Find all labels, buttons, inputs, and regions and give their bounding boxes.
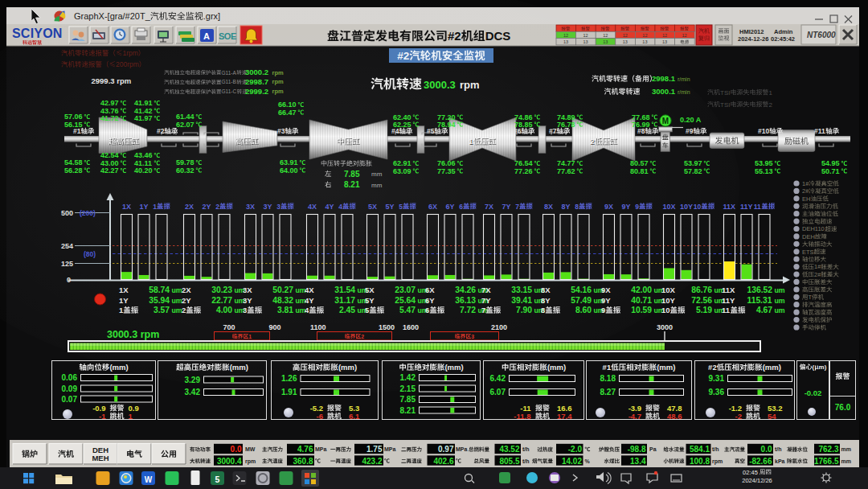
svg-text:4: 4 xyxy=(338,203,342,211)
svg-text:5Y: 5Y xyxy=(386,203,395,211)
svg-text:7.85: 7.85 xyxy=(400,395,416,404)
svg-text:2998.7: 2998.7 xyxy=(245,77,268,86)
svg-text:MPa: MPa xyxy=(384,446,396,452)
svg-text:5: 5 xyxy=(215,475,220,484)
svg-text:53.97: 53.97 xyxy=(684,159,702,167)
svg-text:56.28: 56.28 xyxy=(64,166,83,175)
svg-text:5X: 5X xyxy=(368,203,377,211)
svg-text:3X: 3X xyxy=(243,286,252,294)
svg-text:6Y: 6Y xyxy=(446,203,455,211)
svg-text:#1: #1 xyxy=(603,363,612,372)
svg-text:2.15: 2.15 xyxy=(400,384,416,393)
svg-text:3.29: 3.29 xyxy=(185,376,201,384)
svg-text:-2: -2 xyxy=(735,412,742,421)
svg-text:MW: MW xyxy=(245,446,256,452)
svg-text:43.00: 43.00 xyxy=(100,159,119,167)
svg-text:57.06: 57.06 xyxy=(64,113,83,121)
svg-text:42.00: 42.00 xyxy=(631,286,652,294)
svg-text:TSI: TSI xyxy=(720,101,730,109)
svg-text:2024-12-26: 2024-12-26 xyxy=(738,35,768,43)
svg-text:136.52: 136.52 xyxy=(747,286,773,294)
svg-text:100.8: 100.8 xyxy=(690,457,710,466)
svg-text:(: ( xyxy=(813,364,815,371)
svg-text:8.21: 8.21 xyxy=(344,180,360,189)
svg-text:48.6: 48.6 xyxy=(667,412,682,421)
svg-text:254: 254 xyxy=(61,242,73,250)
svg-text:22.77: 22.77 xyxy=(211,296,232,305)
svg-text:53.95: 53.95 xyxy=(755,159,773,167)
svg-text:41.97: 41.97 xyxy=(134,114,153,122)
svg-text:.grx]: .grx] xyxy=(203,11,220,21)
svg-text:10X: 10X xyxy=(661,286,676,294)
svg-text:SCIYON: SCIYON xyxy=(12,27,63,40)
svg-text:9: 9 xyxy=(635,203,639,211)
svg-text:54: 54 xyxy=(768,412,776,421)
svg-text:7X: 7X xyxy=(485,203,493,211)
svg-text:11X: 11X xyxy=(723,203,735,211)
svg-text:39.41: 39.41 xyxy=(511,296,532,305)
svg-text:3: 3 xyxy=(471,334,474,339)
svg-text:-82.66: -82.66 xyxy=(749,457,772,466)
svg-text:14.02: 14.02 xyxy=(562,457,582,466)
svg-text:4X: 4X xyxy=(305,286,314,294)
svg-text:mm: mm xyxy=(841,446,851,452)
svg-text:6X: 6X xyxy=(428,203,437,211)
svg-text:1.26: 1.26 xyxy=(281,374,297,383)
svg-text:4X: 4X xyxy=(308,203,317,211)
svg-text:mm: mm xyxy=(371,171,383,178)
svg-text:NT6000: NT6000 xyxy=(807,31,836,39)
svg-text:76.06: 76.06 xyxy=(437,159,456,167)
svg-text:8X: 8X xyxy=(544,203,553,211)
svg-text:13: 13 xyxy=(603,39,608,44)
svg-text:11X: 11X xyxy=(722,286,735,294)
svg-text:m): m) xyxy=(819,364,827,371)
svg-text:#7: #7 xyxy=(549,127,557,135)
svg-text:43.46: 43.46 xyxy=(134,151,153,159)
svg-text:11: 11 xyxy=(722,306,731,314)
svg-text:2: 2 xyxy=(361,334,364,339)
svg-text:02:45: 02:45 xyxy=(743,469,758,476)
svg-text:Pa: Pa xyxy=(649,446,657,452)
svg-text:42.54: 42.54 xyxy=(100,151,119,159)
svg-text:rpm: rpm xyxy=(245,458,256,465)
svg-text:#11: #11 xyxy=(814,127,825,135)
svg-text:3Y: 3Y xyxy=(264,203,272,211)
svg-text:r/min: r/min xyxy=(678,89,690,95)
svg-text:9X: 9X xyxy=(601,286,611,294)
svg-text:6.1: 6.1 xyxy=(349,412,360,421)
svg-text:0.06: 0.06 xyxy=(62,373,78,382)
svg-text:78.94: 78.94 xyxy=(437,121,456,129)
svg-text:9: 9 xyxy=(601,306,605,314)
svg-text:62.91: 62.91 xyxy=(393,159,411,167)
svg-text:55.13: 55.13 xyxy=(755,167,773,175)
svg-text:10: 10 xyxy=(661,306,670,314)
svg-text:8Y: 8Y xyxy=(541,296,551,305)
svg-text:41.72: 41.72 xyxy=(100,114,119,122)
svg-text:31.54: 31.54 xyxy=(334,286,355,294)
svg-text:1Y: 1Y xyxy=(140,203,149,211)
svg-text:6: 6 xyxy=(459,203,463,211)
svg-text:805.5: 805.5 xyxy=(499,457,519,466)
svg-text:3000.4: 3000.4 xyxy=(217,457,242,466)
svg-text:402.6: 402.6 xyxy=(433,457,453,466)
svg-text:3Y: 3Y xyxy=(243,296,252,305)
svg-text:rpm: rpm xyxy=(272,69,285,76)
svg-text:1: 1 xyxy=(469,137,473,146)
svg-text:12: 12 xyxy=(662,33,667,38)
svg-text:9.36: 9.36 xyxy=(709,388,725,397)
svg-text:4Y: 4Y xyxy=(326,203,334,211)
svg-text:115.31: 115.31 xyxy=(747,296,772,305)
svg-text:900: 900 xyxy=(268,323,280,331)
svg-text:700: 700 xyxy=(223,323,235,331)
svg-text:t/h: t/h xyxy=(522,446,530,452)
svg-text:40.71: 40.71 xyxy=(631,296,652,305)
svg-text:77.35: 77.35 xyxy=(437,167,456,175)
svg-text:6.07: 6.07 xyxy=(490,388,506,397)
svg-text:13.4: 13.4 xyxy=(630,457,646,466)
svg-text:360.8: 360.8 xyxy=(293,457,313,466)
svg-text:23.07: 23.07 xyxy=(395,286,416,294)
svg-text:(mm): (mm) xyxy=(109,363,128,372)
svg-text:423.2: 423.2 xyxy=(362,457,382,466)
svg-text:(mm): (mm) xyxy=(547,363,566,372)
svg-text:-98.8: -98.8 xyxy=(628,445,646,454)
